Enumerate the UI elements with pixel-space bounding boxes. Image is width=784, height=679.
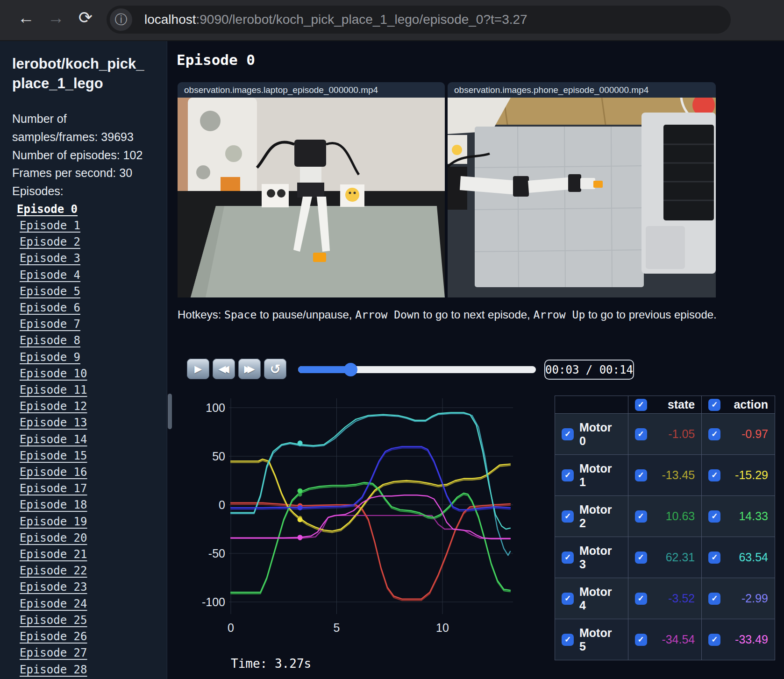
checkbox[interactable]: ✓ [708,510,720,523]
video-phone-frame[interactable] [448,98,716,297]
sidebar-episode-link[interactable]: Episode 6 [20,300,167,316]
checkbox[interactable]: ✓ [635,552,647,564]
stat-episodes: Number of episodes: 102 [12,146,148,164]
video-phone-scene [448,98,716,297]
motor-name: Motor 3 [579,544,621,571]
checkbox[interactable]: ✓ [562,593,574,605]
table-row: ✓Motor 1✓-13.45✓-15.29 [555,455,775,496]
action-value: -0.97 [741,427,768,441]
forward-icon[interactable]: → [48,9,64,26]
table-row: ✓Motor 0✓-1.05✓-0.97 [555,414,775,455]
sidebar-episode-link[interactable]: Episode 11 [20,382,167,398]
hotkey-space: Space [224,309,257,321]
sidebar-episode-link[interactable]: Episode 14 [20,431,167,448]
episodes-label: Episodes: [12,182,148,200]
sidebar-episode-link[interactable]: Episode 5 [20,283,167,300]
back-icon[interactable]: ← [18,9,35,26]
sidebar-episode-link[interactable]: Episode 21 [20,546,167,563]
current-dot-action [298,505,303,510]
motor-name: Motor 5 [579,626,621,653]
sidebar-episode-link[interactable]: Episode 23 [20,579,167,595]
checkbox[interactable]: ✓ [635,469,647,481]
checkbox[interactable]: ✓ [708,593,720,605]
checkbox[interactable]: ✓ [635,510,647,523]
checkbox[interactable]: ✓ [635,428,647,440]
sidebar-episode-link[interactable]: Episode 24 [20,596,167,612]
hotkeys-prefix: Hotkeys: [178,308,224,321]
fast-forward-icon: ▶▶ [244,363,255,375]
sidebar-episode-link[interactable]: Episode 4 [20,267,167,283]
sidebar-episode-link[interactable]: Episode 7 [20,316,167,332]
reload-icon[interactable]: ⟳ [78,9,93,26]
checkbox[interactable]: ✓ [635,399,647,411]
play-button[interactable]: ▶ [187,359,209,379]
checkbox[interactable]: ✓ [708,634,720,646]
checkbox[interactable]: ✓ [708,399,720,411]
column-header-state: state [668,398,695,411]
checkbox[interactable]: ✓ [708,469,720,481]
time-display: 00:03 / 00:14 [544,360,634,380]
sidebar-episode-link[interactable]: Episode 15 [20,448,167,464]
url-bar[interactable]: ⓘ localhost:9090/lerobot/koch_pick_place… [107,6,731,34]
state-value: 10.63 [666,509,695,523]
sidebar-episode-link[interactable]: Episode 2 [20,234,167,250]
action-value: -15.29 [735,468,768,482]
sidebar-episode-link[interactable]: Episode 17 [20,481,167,497]
sidebar-episode-link[interactable]: Episode 18 [20,497,167,513]
state-value: 62.31 [666,551,695,564]
checkbox[interactable]: ✓ [635,634,647,646]
state-value: -1.05 [668,427,695,441]
checkbox[interactable]: ✓ [562,510,574,523]
sidebar-episode-link[interactable]: Episode 13 [20,415,167,431]
state-value: -3.52 [668,592,695,605]
state-value: -13.45 [662,468,695,482]
checkbox[interactable]: ✓ [562,469,574,481]
scrollbar-thumb[interactable] [168,394,172,429]
seek-slider[interactable] [298,366,536,373]
fast-forward-button[interactable]: ▶▶ [238,359,261,379]
sidebar-episode-link[interactable]: Episode 25 [20,612,167,629]
motor-table: ✓state✓action✓Motor 0✓-1.05✓-0.97✓Motor … [555,396,775,660]
url-text[interactable]: localhost:9090/lerobot/koch_pick_place_1… [144,12,527,27]
sidebar-episode-link[interactable]: Episode 8 [20,332,167,349]
video-laptop-frame[interactable] [178,98,445,297]
sidebar-episode-link[interactable]: Episode 9 [20,349,167,366]
sidebar-episode-link[interactable]: Episode 12 [20,398,167,415]
rewind-button[interactable]: ◀◀ [213,359,235,379]
sidebar-episode-link[interactable]: Episode 19 [20,514,167,530]
sidebar-episode-link[interactable]: Episode 3 [20,250,167,267]
site-info-icon[interactable]: ⓘ [110,8,132,31]
motor-name: Motor 1 [579,462,621,489]
sidebar-episode-link[interactable]: Episode 0 [17,201,167,218]
video-laptop[interactable]: observation.images.laptop_episode_000000… [178,82,445,297]
checkbox[interactable]: ✓ [708,428,720,440]
sidebar-episode-link[interactable]: Episode 22 [20,563,167,579]
sidebar-episode-link[interactable]: Episode 28 [20,662,167,678]
loop-button[interactable]: ↺ [264,359,286,379]
sidebar-episode-link[interactable]: Episode 1 [20,218,167,234]
table-row: ✓Motor 2✓10.63✓14.33 [555,496,775,537]
y-tick-label: -50 [208,547,225,560]
y-tick-label: -100 [202,595,225,608]
sidebar-episode-link[interactable]: Episode 20 [20,530,167,546]
video-laptop-scene [178,98,445,297]
checkbox[interactable]: ✓ [708,552,720,564]
stat-fps: Frames per second: 30 [12,164,148,182]
checkbox[interactable]: ✓ [562,552,574,564]
checkbox[interactable]: ✓ [562,428,574,440]
action-value: 63.54 [739,551,768,564]
sidebar-episode-link[interactable]: Episode 27 [20,645,167,661]
dataset-title: lerobot/koch_pick_place_1_lego [12,54,151,93]
motor-chart[interactable]: 100500-50-1000510 [173,395,514,649]
page: ← → ⟳ ⓘ localhost:9090/lerobot/koch_pick… [0,0,784,679]
sidebar-episode-link[interactable]: Episode 26 [20,629,167,645]
url-path: :9090/lerobot/koch_pick_place_1_lego/epi… [196,12,527,27]
checkbox[interactable]: ✓ [635,593,647,605]
table-row: ✓Motor 5✓-34.54✓-33.49 [555,619,775,660]
video-phone[interactable]: observation.images.phone_episode_000000.… [448,82,716,297]
sidebar-episode-link[interactable]: Episode 10 [20,366,167,382]
sidebar-episode-link[interactable]: Episode 16 [20,464,167,481]
checkbox[interactable]: ✓ [562,634,574,646]
hotkeys-t3: to go to previous episode. [585,308,717,321]
seek-slider-thumb[interactable] [344,363,357,376]
